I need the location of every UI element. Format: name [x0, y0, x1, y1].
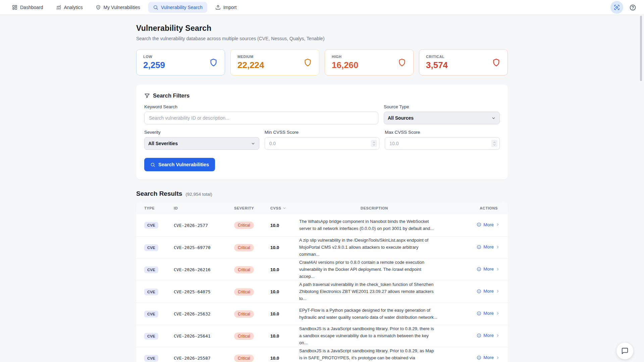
- info-icon: [477, 355, 481, 360]
- severity-badge: Critical: [234, 266, 254, 274]
- cvss-header-label: CVSS: [270, 206, 281, 210]
- vulnerability-id: CVE-2026-25632: [174, 311, 234, 316]
- chevron-right-icon: [496, 267, 500, 271]
- filters-title: Search Filters: [153, 93, 190, 99]
- chevron-right-icon: [496, 223, 500, 227]
- column-header-actions: ACTIONS: [449, 206, 500, 210]
- number-stepper[interactable]: [371, 140, 377, 147]
- vulnerability-id: CVE-2026-26216: [174, 267, 234, 272]
- stat-card-medium: MEDIUM 22,224: [230, 49, 319, 75]
- max-cvss-label: Max CVSS Score: [385, 130, 500, 135]
- stat-label: CRITICAL: [426, 55, 448, 59]
- number-stepper[interactable]: [491, 140, 497, 147]
- chevron-right-icon: [496, 245, 500, 249]
- type-badge: CVE: [144, 311, 158, 317]
- results-header: Search Results (92,954 total): [136, 190, 508, 197]
- filters-header: Search Filters: [144, 93, 500, 99]
- severity-select[interactable]: All Severities: [144, 137, 259, 150]
- upload-icon: [215, 5, 221, 10]
- vulnerability-id: CVE-2026-25641: [174, 334, 234, 339]
- table-row: CVE CVE-2025-64075 Critical 10.0 A path …: [136, 281, 508, 303]
- chevron-right-icon: [496, 289, 500, 293]
- more-label: More: [483, 266, 494, 272]
- table-body: CVE CVE-2026-2577 Critical 10.0 The What…: [136, 214, 508, 362]
- chevron-right-icon: [496, 311, 500, 315]
- type-badge: CVE: [144, 289, 158, 295]
- more-label: More: [483, 355, 494, 360]
- nav-item-dashboard[interactable]: Dashboard: [7, 2, 48, 13]
- stat-value: 2,259: [143, 60, 165, 70]
- dashboard-icon: [12, 5, 17, 10]
- severity-value: All Severities: [148, 141, 178, 146]
- more-details-button[interactable]: More: [477, 289, 500, 294]
- stat-card-high: HIGH 16,260: [325, 49, 414, 75]
- vulnerability-description: SandboxJS is a JavaScript sandboxing lib…: [299, 348, 449, 362]
- search-filters-panel: Search Filters Keyword Search Source Typ…: [136, 84, 508, 179]
- stat-label: MEDIUM: [237, 55, 264, 59]
- more-details-button[interactable]: More: [477, 311, 500, 316]
- stepper-up-icon: [493, 141, 496, 143]
- search-icon: [153, 5, 158, 10]
- page-title: Vulnerability Search: [136, 24, 508, 33]
- nav-item-analytics[interactable]: Analytics: [51, 2, 88, 13]
- chat-widget-button[interactable]: [616, 343, 633, 359]
- keyword-search-label: Keyword Search: [144, 104, 378, 109]
- more-details-button[interactable]: More: [477, 222, 500, 227]
- top-navigation-bar: Dashboard Analytics My Vulnerabilities V…: [0, 0, 644, 15]
- nav-item-my-vulnerabilities[interactable]: My Vulnerabilities: [91, 2, 145, 13]
- cvss-score: 10.0: [270, 245, 299, 250]
- severity-badge: Critical: [234, 288, 254, 296]
- cvss-score: 10.0: [270, 289, 299, 294]
- results-table: TYPE ID SEVERITY CVSS DESCRIPTION ACTION…: [136, 202, 508, 362]
- source-type-value: All Sources: [388, 115, 414, 121]
- keyword-search-input[interactable]: [144, 112, 378, 124]
- more-label: More: [483, 289, 494, 294]
- source-type-select[interactable]: All Sources: [384, 112, 500, 124]
- stat-value: 22,224: [237, 60, 264, 70]
- more-label: More: [483, 222, 494, 227]
- search-vulnerabilities-button[interactable]: Search Vulnerabilities: [144, 158, 215, 171]
- shield-icon: [303, 58, 312, 67]
- shield-alert-icon: [96, 5, 101, 10]
- min-cvss-input[interactable]: [265, 137, 380, 150]
- column-header-cvss[interactable]: CVSS: [270, 206, 299, 210]
- vulnerability-id: CVE-2026-2577: [174, 223, 234, 228]
- severity-badge: Critical: [234, 310, 254, 318]
- nav-item-import[interactable]: Import: [211, 2, 241, 13]
- nav-label: Import: [223, 5, 237, 10]
- column-header-type: TYPE: [144, 206, 174, 210]
- nav-label: Vulnerability Search: [161, 5, 203, 10]
- table-row: CVE CVE-2026-25641 Critical 10.0 Sandbox…: [136, 325, 508, 347]
- stepper-up-icon: [372, 141, 376, 143]
- more-details-button[interactable]: More: [477, 266, 500, 272]
- filter-funnel-icon: [144, 93, 150, 99]
- more-details-button[interactable]: More: [477, 355, 500, 360]
- vulnerability-id: CVE-2025-64075: [174, 289, 234, 294]
- help-button[interactable]: [629, 3, 637, 11]
- max-cvss-input[interactable]: [385, 137, 500, 150]
- nav-item-vulnerability-search[interactable]: Vulnerability Search: [148, 2, 207, 13]
- scan-mode-button[interactable]: [610, 1, 623, 14]
- info-icon: [477, 245, 481, 249]
- vertical-scrollbar[interactable]: [640, 16, 642, 81]
- vulnerability-description: Crawl4AI versions prior to 0.8.0 contain…: [299, 259, 449, 280]
- min-cvss-label: Min CVSS Score: [265, 130, 380, 135]
- chevron-right-icon: [496, 334, 500, 338]
- analytics-icon: [56, 5, 61, 10]
- more-details-button[interactable]: More: [477, 244, 500, 249]
- search-button-label: Search Vulnerabilities: [158, 162, 209, 167]
- vulnerability-description: EPyT-Flow is a Python package designed f…: [299, 307, 449, 321]
- help-icon: [629, 4, 636, 11]
- stat-label: HIGH: [332, 55, 359, 59]
- table-row: CVE CVE-2026-25632 Critical 10.0 EPyT-Fl…: [136, 303, 508, 325]
- stat-value: 16,260: [332, 60, 359, 70]
- type-badge: CVE: [144, 222, 158, 229]
- shield-icon: [209, 58, 218, 67]
- page-subtitle: Search the vulnerability database across…: [136, 36, 508, 41]
- more-details-button[interactable]: More: [477, 333, 500, 338]
- more-label: More: [483, 244, 494, 249]
- vulnerability-id: CVE-2026-25587: [174, 356, 234, 361]
- column-header-description: DESCRIPTION: [299, 206, 449, 210]
- sort-descending-icon: [282, 206, 286, 210]
- severity-badge: Critical: [234, 355, 254, 362]
